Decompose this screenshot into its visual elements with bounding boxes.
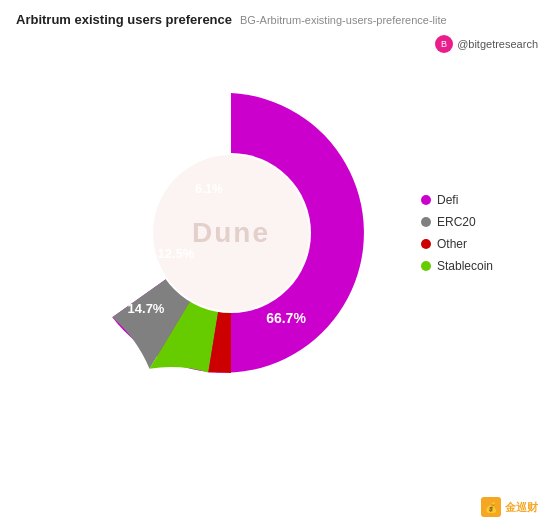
other-dot (421, 239, 431, 249)
header: Arbitrum existing users preference BG-Ar… (16, 12, 538, 53)
bottom-watermark: 💰 金巡财 (481, 497, 538, 517)
erc20-legend-label: ERC20 (437, 215, 476, 229)
author-name: @bitgetresearch (457, 38, 538, 50)
legend: Defi ERC20 Other Stablecoin (421, 193, 493, 273)
main-container: Arbitrum existing users preference BG-Ar… (0, 0, 554, 529)
donut-chart: 66.7% 14.7% 12.5% 6.1% Dune (61, 63, 401, 403)
defi-legend-label: Defi (437, 193, 458, 207)
other-legend-label: Other (437, 237, 467, 251)
legend-item-defi: Defi (421, 193, 493, 207)
chart-area: 66.7% 14.7% 12.5% 6.1% Dune Defi ERC20 (16, 63, 538, 403)
defi-dot (421, 195, 431, 205)
legend-item-erc20: ERC20 (421, 215, 493, 229)
defi-label: 66.7% (266, 310, 306, 326)
watermark-text: 金巡财 (505, 500, 538, 515)
chart-subtitle: BG-Arbitrum-existing-users-preference-li… (240, 14, 447, 26)
watermark-icon: 💰 (481, 497, 501, 517)
erc20-dot (421, 217, 431, 227)
author-avatar: B (435, 35, 453, 53)
legend-item-other: Other (421, 237, 493, 251)
chart-title: Arbitrum existing users preference (16, 12, 232, 27)
stablecoin-label: 12.5% (158, 246, 195, 261)
donut-center-tint (153, 155, 309, 311)
erc20-label: 14.7% (128, 301, 165, 316)
stablecoin-dot (421, 261, 431, 271)
stablecoin-legend-label: Stablecoin (437, 259, 493, 273)
legend-item-stablecoin: Stablecoin (421, 259, 493, 273)
donut-svg: 66.7% 14.7% 12.5% 6.1% (61, 63, 401, 403)
author-info: B @bitgetresearch (435, 35, 538, 53)
other-label: 6.1% (195, 182, 223, 196)
